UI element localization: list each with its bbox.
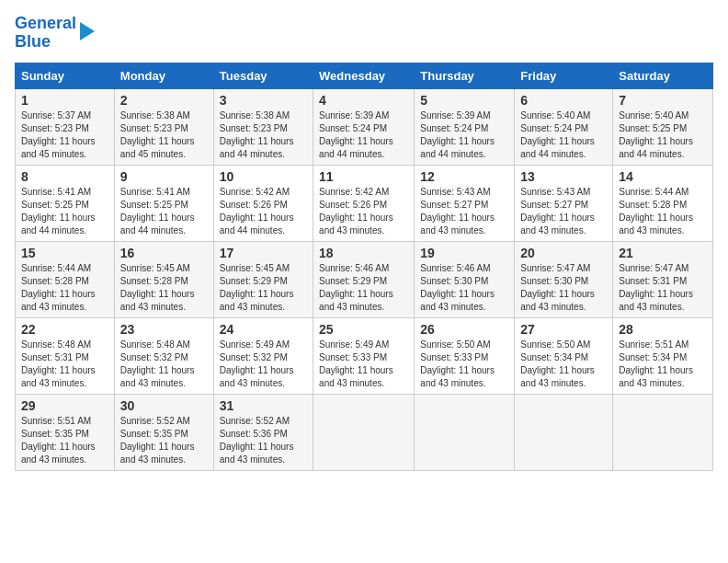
day-header-saturday: Saturday	[613, 63, 713, 88]
day-info: Sunrise: 5:44 AMSunset: 5:28 PMDaylight:…	[21, 263, 96, 312]
calendar-cell: 19 Sunrise: 5:46 AMSunset: 5:30 PMDaylig…	[415, 241, 515, 317]
day-info: Sunrise: 5:40 AMSunset: 5:24 PMDaylight:…	[520, 110, 595, 159]
day-number: 10	[220, 169, 307, 184]
calendar-cell: 2 Sunrise: 5:38 AMSunset: 5:23 PMDayligh…	[114, 88, 213, 165]
week-row-5: 29 Sunrise: 5:51 AMSunset: 5:35 PMDaylig…	[16, 394, 713, 470]
day-number: 22	[21, 322, 108, 337]
week-row-4: 22 Sunrise: 5:48 AMSunset: 5:31 PMDaylig…	[16, 317, 713, 394]
calendar-cell: 16 Sunrise: 5:45 AMSunset: 5:28 PMDaylig…	[114, 241, 213, 317]
day-number: 5	[420, 93, 508, 108]
day-info: Sunrise: 5:48 AMSunset: 5:31 PMDaylight:…	[21, 339, 96, 388]
day-info: Sunrise: 5:42 AMSunset: 5:26 PMDaylight:…	[319, 187, 393, 236]
calendar-cell: 8 Sunrise: 5:41 AMSunset: 5:25 PMDayligh…	[16, 165, 115, 241]
calendar-cell: 25 Sunrise: 5:49 AMSunset: 5:33 PMDaylig…	[313, 317, 415, 394]
calendar-cell	[313, 394, 415, 470]
calendar-cell: 29 Sunrise: 5:51 AMSunset: 5:35 PMDaylig…	[16, 394, 115, 470]
day-number: 18	[319, 246, 408, 260]
day-number: 31	[220, 398, 307, 413]
day-number: 29	[21, 398, 108, 413]
day-info: Sunrise: 5:39 AMSunset: 5:24 PMDaylight:…	[420, 110, 495, 159]
day-info: Sunrise: 5:38 AMSunset: 5:23 PMDaylight:…	[220, 110, 294, 159]
day-header-tuesday: Tuesday	[213, 63, 313, 88]
calendar-cell: 5 Sunrise: 5:39 AMSunset: 5:24 PMDayligh…	[415, 88, 515, 165]
day-number: 17	[220, 246, 307, 260]
day-number: 15	[21, 246, 108, 260]
day-header-thursday: Thursday	[415, 63, 515, 88]
day-number: 13	[520, 169, 607, 184]
day-number: 6	[520, 93, 607, 108]
day-number: 4	[319, 93, 408, 108]
day-number: 26	[420, 322, 508, 337]
day-info: Sunrise: 5:42 AMSunset: 5:26 PMDaylight:…	[220, 187, 294, 236]
calendar-cell: 28 Sunrise: 5:51 AMSunset: 5:34 PMDaylig…	[613, 317, 713, 394]
day-number: 8	[21, 169, 108, 184]
calendar-cell: 10 Sunrise: 5:42 AMSunset: 5:26 PMDaylig…	[213, 165, 313, 241]
day-number: 1	[21, 93, 108, 108]
day-info: Sunrise: 5:52 AMSunset: 5:35 PMDaylight:…	[120, 416, 195, 465]
calendar-cell: 20 Sunrise: 5:47 AMSunset: 5:30 PMDaylig…	[515, 241, 613, 317]
calendar-cell	[415, 394, 515, 470]
calendar-cell: 30 Sunrise: 5:52 AMSunset: 5:35 PMDaylig…	[114, 394, 213, 470]
day-number: 21	[619, 246, 707, 260]
day-number: 14	[619, 169, 707, 184]
day-number: 25	[319, 322, 408, 337]
calendar-cell: 14 Sunrise: 5:44 AMSunset: 5:28 PMDaylig…	[613, 165, 713, 241]
day-info: Sunrise: 5:38 AMSunset: 5:23 PMDaylight:…	[120, 110, 195, 159]
calendar-cell	[515, 394, 613, 470]
logo-arrow-icon	[80, 22, 95, 40]
day-info: Sunrise: 5:46 AMSunset: 5:30 PMDaylight:…	[420, 263, 495, 312]
day-header-sunday: Sunday	[16, 63, 115, 88]
logo-general: General	[15, 14, 76, 32]
calendar-cell: 11 Sunrise: 5:42 AMSunset: 5:26 PMDaylig…	[313, 165, 415, 241]
day-info: Sunrise: 5:46 AMSunset: 5:29 PMDaylight:…	[319, 263, 393, 312]
calendar-cell: 18 Sunrise: 5:46 AMSunset: 5:29 PMDaylig…	[313, 241, 415, 317]
day-info: Sunrise: 5:45 AMSunset: 5:29 PMDaylight:…	[220, 263, 294, 312]
calendar-cell: 23 Sunrise: 5:48 AMSunset: 5:32 PMDaylig…	[114, 317, 213, 394]
day-number: 28	[619, 322, 707, 337]
day-number: 2	[120, 93, 208, 108]
calendar-cell: 21 Sunrise: 5:47 AMSunset: 5:31 PMDaylig…	[613, 241, 713, 317]
day-number: 20	[520, 246, 607, 260]
day-number: 24	[220, 322, 307, 337]
day-info: Sunrise: 5:43 AMSunset: 5:27 PMDaylight:…	[420, 187, 495, 236]
logo-blue: Blue	[15, 32, 51, 51]
calendar-cell: 6 Sunrise: 5:40 AMSunset: 5:24 PMDayligh…	[515, 88, 613, 165]
calendar-cell: 4 Sunrise: 5:39 AMSunset: 5:24 PMDayligh…	[313, 88, 415, 165]
calendar-cell: 17 Sunrise: 5:45 AMSunset: 5:29 PMDaylig…	[213, 241, 313, 317]
week-row-1: 1 Sunrise: 5:37 AMSunset: 5:23 PMDayligh…	[16, 88, 713, 165]
calendar-cell: 7 Sunrise: 5:40 AMSunset: 5:25 PMDayligh…	[613, 88, 713, 165]
day-info: Sunrise: 5:37 AMSunset: 5:23 PMDaylight:…	[21, 110, 96, 159]
day-number: 7	[619, 93, 707, 108]
calendar-cell: 22 Sunrise: 5:48 AMSunset: 5:31 PMDaylig…	[16, 317, 115, 394]
day-info: Sunrise: 5:44 AMSunset: 5:28 PMDaylight:…	[619, 187, 693, 236]
day-header-friday: Friday	[515, 63, 613, 88]
day-info: Sunrise: 5:50 AMSunset: 5:34 PMDaylight:…	[520, 339, 595, 388]
day-number: 16	[120, 246, 208, 260]
day-info: Sunrise: 5:41 AMSunset: 5:25 PMDaylight:…	[21, 187, 96, 236]
calendar-cell: 31 Sunrise: 5:52 AMSunset: 5:36 PMDaylig…	[213, 394, 313, 470]
calendar-cell: 13 Sunrise: 5:43 AMSunset: 5:27 PMDaylig…	[515, 165, 613, 241]
day-info: Sunrise: 5:45 AMSunset: 5:28 PMDaylight:…	[120, 263, 195, 312]
calendar-cell: 1 Sunrise: 5:37 AMSunset: 5:23 PMDayligh…	[16, 88, 115, 165]
day-number: 19	[420, 246, 508, 260]
day-info: Sunrise: 5:50 AMSunset: 5:33 PMDaylight:…	[420, 339, 495, 388]
logo: General Blue	[15, 15, 95, 52]
calendar-cell: 27 Sunrise: 5:50 AMSunset: 5:34 PMDaylig…	[515, 317, 613, 394]
day-info: Sunrise: 5:49 AMSunset: 5:33 PMDaylight:…	[319, 339, 393, 388]
day-info: Sunrise: 5:43 AMSunset: 5:27 PMDaylight:…	[520, 187, 595, 236]
day-number: 12	[420, 169, 508, 184]
calendar-table: SundayMondayTuesdayWednesdayThursdayFrid…	[15, 63, 713, 471]
day-info: Sunrise: 5:49 AMSunset: 5:32 PMDaylight:…	[220, 339, 294, 388]
header-row: SundayMondayTuesdayWednesdayThursdayFrid…	[16, 63, 713, 88]
page-header: General Blue	[15, 15, 713, 52]
day-header-monday: Monday	[114, 63, 213, 88]
day-header-wednesday: Wednesday	[313, 63, 415, 88]
day-info: Sunrise: 5:47 AMSunset: 5:31 PMDaylight:…	[619, 263, 693, 312]
logo-text: General Blue	[15, 15, 76, 52]
day-number: 23	[120, 322, 208, 337]
calendar-cell: 3 Sunrise: 5:38 AMSunset: 5:23 PMDayligh…	[213, 88, 313, 165]
calendar-cell: 9 Sunrise: 5:41 AMSunset: 5:25 PMDayligh…	[114, 165, 213, 241]
calendar-cell: 24 Sunrise: 5:49 AMSunset: 5:32 PMDaylig…	[213, 317, 313, 394]
day-info: Sunrise: 5:51 AMSunset: 5:35 PMDaylight:…	[21, 416, 96, 465]
calendar-cell: 26 Sunrise: 5:50 AMSunset: 5:33 PMDaylig…	[415, 317, 515, 394]
